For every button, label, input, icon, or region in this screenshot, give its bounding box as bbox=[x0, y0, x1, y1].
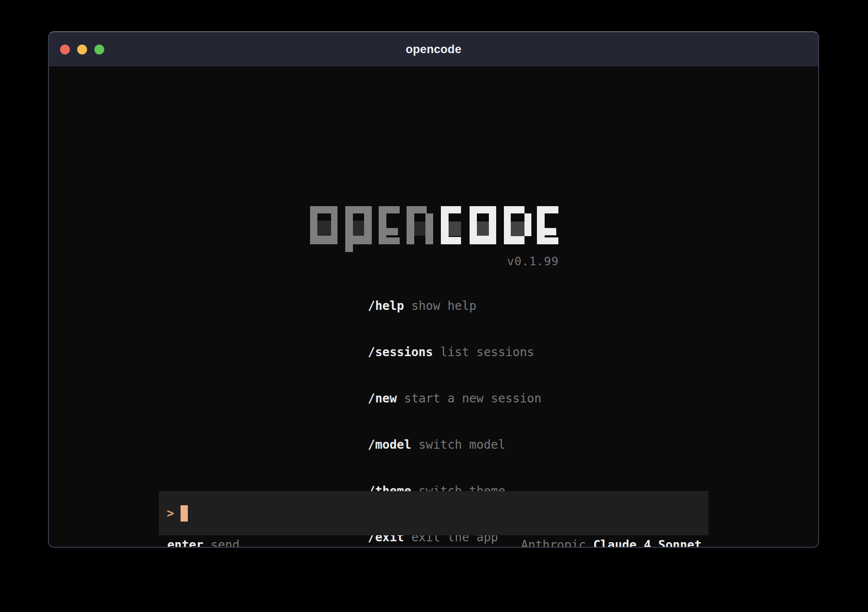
enter-key-label: enter bbox=[167, 538, 203, 548]
terminal-content: v0.1.99 /helpshow help /sessionslist ses… bbox=[49, 66, 818, 548]
command-description: start a new session bbox=[404, 391, 541, 405]
command-description: list sessions bbox=[440, 345, 534, 359]
command-item[interactable]: /modelswitch model bbox=[310, 422, 542, 468]
message-input[interactable]: > bbox=[159, 491, 708, 535]
version-label: v0.1.99 bbox=[310, 255, 559, 268]
command-item[interactable]: /helpshow help bbox=[310, 283, 542, 329]
command-name: /sessions bbox=[368, 345, 433, 359]
window-title: opencode bbox=[406, 43, 461, 56]
app-window: opencode bbox=[48, 31, 819, 548]
minimize-button[interactable] bbox=[77, 45, 87, 54]
model-provider: Anthropic bbox=[521, 538, 586, 548]
opencode-logo bbox=[310, 206, 559, 253]
status-bar: enter send Anthropic Claude 4 Sonnet bbox=[159, 537, 708, 548]
zoom-button[interactable] bbox=[94, 45, 104, 54]
command-description: show help bbox=[411, 299, 476, 313]
command-item[interactable]: /sessionslist sessions bbox=[310, 329, 542, 375]
command-name: /new bbox=[368, 391, 397, 405]
logo-block: v0.1.99 bbox=[310, 206, 559, 268]
model-name: Claude 4 Sonnet bbox=[593, 538, 702, 548]
send-action-label: send bbox=[211, 538, 239, 548]
text-cursor bbox=[181, 505, 188, 522]
command-description: switch model bbox=[419, 438, 505, 452]
command-item[interactable]: /newstart a new session bbox=[310, 375, 542, 422]
window-titlebar[interactable]: opencode bbox=[49, 32, 818, 66]
send-hint: enter send bbox=[167, 538, 240, 548]
prompt-arrow-icon: > bbox=[167, 506, 174, 520]
model-indicator[interactable]: Anthropic Claude 4 Sonnet bbox=[521, 538, 702, 548]
close-button[interactable] bbox=[60, 45, 70, 54]
command-name: /help bbox=[368, 299, 404, 313]
traffic-lights bbox=[60, 32, 104, 66]
command-name: /model bbox=[368, 438, 411, 452]
